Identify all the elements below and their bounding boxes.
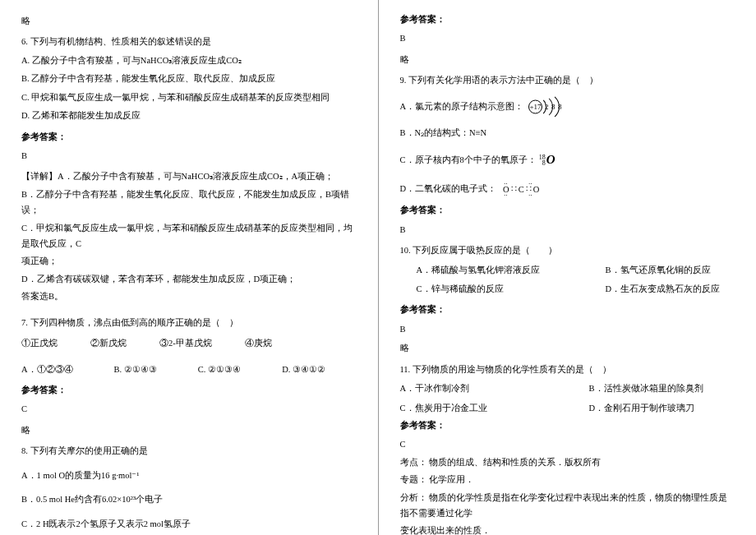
shell-n1: 2: [545, 99, 549, 113]
q6-option-a: A. 乙酸分子中含有羧基，可与NaHCO₃溶液反应生成CO₂: [21, 53, 357, 68]
q7-item-3: ③2-甲基戊烷: [159, 335, 212, 351]
page-root: 略 6. 下列与有机物结构、性质相关的叙述错误的是 A. 乙酸分子中含有羧基，可…: [0, 0, 756, 535]
q10-option-c: C．锌与稀硫酸的反应: [417, 281, 606, 297]
lewis-structure-icon: ‥ ‥ O∷C∷O ‥ ‥: [500, 180, 544, 197]
left-column: 略 6. 下列与有机物结构、性质相关的叙述错误的是 A. 乙酸分子中含有羧基，可…: [0, 0, 379, 535]
q7-item-4: ④庚烷: [245, 335, 272, 351]
q6-explain-d: D．乙烯含有碳碳双键，苯含有苯环，都能发生加成反应，D项正确；: [21, 271, 357, 287]
q6-explain-end: 答案选B。: [21, 288, 357, 304]
q9-option-a: A．氯元素的原子结构示意图： +17 2 8 8: [400, 97, 735, 117]
q11-fenxi-1: 分析： 物质的化学性质是指在化学变化过程中表现出来的性质，物质的物理性质是指不需…: [400, 490, 735, 522]
q7-option-b: B. ②①④③: [114, 362, 157, 377]
q9-option-d: D．二氧化碳的电子式： ‥ ‥ O∷C∷O ‥ ‥: [400, 180, 735, 197]
q7-option-c: C. ②①③④: [198, 362, 241, 377]
brief-text: 略: [21, 13, 357, 29]
q11-option-b: B．活性炭做冰箱里的除臭剂: [589, 380, 703, 396]
q10-row1: A．稀硫酸与氢氧化钾溶液反应 B．氢气还原氧化铜的反应: [417, 262, 735, 278]
isotope-symbol: O: [546, 149, 555, 172]
q9-answer-letter: B: [400, 222, 735, 238]
q11-option-d: D．金刚石用于制作玻璃刀: [589, 400, 695, 416]
isotope-icon: 18 8: [539, 155, 546, 166]
q8-brief: 略: [400, 52, 735, 67]
q11-fenxi-2: 变化表现出来的性质．: [400, 523, 735, 535]
q8-answer-header: 参考答案：: [400, 12, 735, 27]
q11-stem: 11. 下列物质的用途与物质的化学性质有关的是（ ）: [400, 362, 735, 377]
isotope-atomic: 8: [542, 160, 546, 166]
q10-option-d: D．生石灰变成熟石灰的反应: [606, 281, 721, 297]
q11-answer-header: 参考答案：: [400, 417, 735, 433]
q6-option-d: D. 乙烯和苯都能发生加成反应: [21, 108, 357, 123]
q7-brief: 略: [21, 422, 357, 438]
q8-stem: 8. 下列有关摩尔的使用正确的是: [21, 443, 357, 459]
q10-answer-header: 参考答案：: [400, 302, 735, 317]
q7-item-2: ②新戊烷: [90, 335, 127, 351]
q6-answer-letter: B: [21, 148, 357, 164]
q6-answer-header: 参考答案：: [21, 129, 357, 145]
q7-option-a: A．①②③④: [21, 362, 73, 377]
q11-option-c: C．焦炭用于冶金工业: [400, 400, 589, 416]
shell-n3: 8: [558, 99, 562, 113]
q10-option-a: A．稀硫酸与氢氧化钾溶液反应: [417, 262, 606, 278]
q8-option-b: B．0.5 mol He约含有6.02×10²³个电子: [21, 491, 357, 507]
q7-answer-letter: C: [21, 401, 357, 417]
q6-explain-c1: C．甲烷和氯气反应生成一氯甲烷，与苯和硝酸反应生成硝基苯的反应类型相同，均是取代…: [21, 220, 357, 252]
q11-answer-letter: C: [400, 436, 735, 452]
q9-option-a-text: A．氯元素的原子结构示意图：: [400, 99, 524, 114]
q8-answer-letter: B: [400, 30, 735, 46]
q7-options: A．①②③④ B. ②①④③ C. ②①③④ D. ③④①②: [21, 362, 357, 377]
q7-option-d: D. ③④①②: [282, 362, 325, 377]
q6-explain-b: B．乙醇分子中含有羟基，能发生氧化反应、取代反应，不能发生加成反应，B项错误；: [21, 187, 357, 219]
q10-option-b: B．氢气还原氧化铜的反应: [606, 262, 711, 278]
q10-row2: C．锌与稀硫酸的反应 D．生石灰变成熟石灰的反应: [417, 281, 735, 297]
q6-explain-c2: 项正确；: [21, 253, 357, 269]
q9-option-b: B．N₂的结构式：N≡N: [400, 125, 735, 141]
q9-option-d-text: D．二氧化碳的电子式：: [400, 181, 497, 196]
shell-n2: 8: [551, 99, 555, 113]
q7-stem: 7. 下列四种物质，沸点由低到高的顺序正确的是（ ）: [21, 315, 357, 330]
q10-brief: 略: [400, 340, 735, 356]
q10-answer-letter: B: [400, 321, 735, 337]
q7-item-1: ①正戊烷: [21, 335, 58, 351]
q8-option-c: C．2 H既表示2个氢原子又表示2 mol氢原子: [21, 516, 357, 532]
q7-answer-header: 参考答案：: [21, 382, 357, 398]
q7-items: ①正戊烷 ②新戊烷 ③2-甲基戊烷 ④庚烷: [21, 335, 357, 351]
q11-option-a: A．干冰作制冷剂: [400, 380, 589, 396]
q6-explain-a: 【详解】A．乙酸分子中含有羧基，可与NaHCO₃溶液反应生成CO₂，A项正确；: [21, 168, 357, 184]
q10-stem: 10. 下列反应属于吸热反应的是（ ）: [400, 242, 735, 258]
q9-answer-header: 参考答案：: [400, 202, 735, 218]
q11-zhuanti: 专题： 化学应用．: [400, 472, 735, 487]
q11-row2: C．焦炭用于冶金工业 D．金刚石用于制作玻璃刀: [400, 400, 735, 416]
q9-stem: 9. 下列有关化学用语的表示方法中正确的是（ ）: [400, 72, 735, 88]
q9-option-c-text: C．原子核内有8个中子的氧原子：: [400, 152, 537, 168]
q8-option-a: A．1 mol O的质量为16 g·mol⁻¹: [21, 468, 357, 483]
atomic-structure-icon: +17 2 8 8: [527, 97, 565, 117]
q11-kaodian: 考点： 物质的组成、结构和性质的关系．版权所有: [400, 454, 735, 470]
q6-option-b: B. 乙醇分子中含有羟基，能发生氧化反应、取代反应、加成反应: [21, 71, 357, 86]
q9-option-c: C．原子核内有8个中子的氧原子： 18 8 O: [400, 149, 735, 172]
q6-stem: 6. 下列与有机物结构、性质相关的叙述错误的是: [21, 34, 357, 49]
q6-option-c: C. 甲烷和氯气反应生成一氯甲烷，与苯和硝酸反应生成硝基苯的反应类型相同: [21, 90, 357, 105]
right-column: 参考答案： B 略 9. 下列有关化学用语的表示方法中正确的是（ ） A．氯元素…: [379, 0, 757, 535]
q11-row1: A．干冰作制冷剂 B．活性炭做冰箱里的除臭剂: [400, 380, 735, 396]
